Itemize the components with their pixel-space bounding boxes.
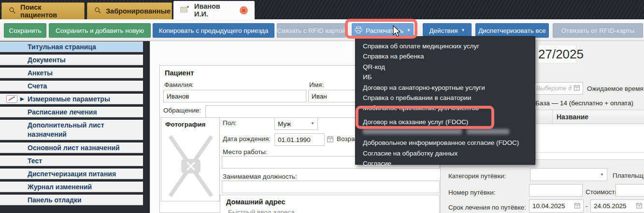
date-placeholder: Выберите д — [536, 85, 574, 92]
birthdate-input[interactable]: 01.01.1990 — [274, 133, 325, 146]
workplace-label: Место работы: — [223, 148, 268, 156]
voucher-number-input[interactable] — [529, 184, 583, 197]
period-separator: - — [586, 202, 588, 210]
calendar-icon[interactable]: 7 — [636, 202, 642, 210]
button-label: Отвязать от RFID-карты — [561, 27, 634, 34]
edit-note-icon — [6, 95, 17, 106]
app-window: Поиск пациентов Забронированные * Иванов… — [0, 0, 644, 213]
tab-label: Поиск пациентов — [20, 3, 77, 19]
document-icon: * — [180, 6, 190, 14]
voucher-category-select[interactable]: ▼ — [530, 168, 607, 181]
close-icon[interactable]: × — [240, 6, 248, 14]
button-label: Связать с RFID картой — [277, 27, 345, 34]
redacted-menu-item[interactable] — [363, 129, 535, 135]
menu-item-sanatorium-services-contract[interactable]: Договор на санаторно-курортные услуги — [356, 83, 535, 93]
expected-time-label: Ожидаемое время — [587, 85, 644, 92]
tab-bar: Поиск пациентов Забронированные * Иванов… — [0, 0, 644, 19]
sidebar-item-measured-parameters[interactable]: ▶ Измеряемые параметры — [0, 94, 143, 104]
payer-label: Плательщик — [613, 172, 644, 179]
unlink-rfid-button: Отвязать от RFID-карты — [553, 23, 643, 38]
lastname-value: Иванов — [167, 93, 303, 100]
tab-search-patients[interactable]: Поиск пациентов — [1, 2, 85, 19]
sidebar-item-invoices[interactable]: Счета — [0, 81, 143, 91]
menu-item-mobile-app[interactable]: Мобильное приложение для клиентов — [356, 103, 535, 113]
sidebar-item-additional-prescription-sheet[interactable]: Дополнительный лист назначений — [0, 120, 143, 140]
calendar-icon[interactable]: 7 — [327, 136, 333, 144]
period-from-input[interactable]: 10.04.2025 7 — [529, 199, 584, 213]
save-button[interactable]: Сохранить — [4, 23, 46, 38]
period-from-value: 10.04.2025 — [532, 202, 565, 210]
birthdate-label: Дата рождения: — [223, 135, 271, 142]
copy-previous-visit-button[interactable]: Копировать с предыдущего приезда — [153, 23, 274, 38]
cost-label: Стоимость: — [586, 188, 620, 196]
button-label: Действия — [429, 27, 458, 34]
gender-label: Пол: — [223, 119, 237, 127]
home-address-legend: Домашний адрес — [226, 198, 286, 206]
voucher-category-label: Категория путёвки: — [448, 172, 506, 180]
table-row[interactable] — [536, 124, 644, 153]
button-label: Копировать с предыдущего приезда — [159, 27, 268, 34]
treatment-period-label: Срок лечения по путёвке: — [448, 204, 526, 211]
print-button[interactable]: Распечатать ▼ — [352, 23, 414, 38]
menu-item-qr-code[interactable]: QR-код — [356, 62, 535, 72]
period-to-value: 24.05.2025 — [594, 202, 627, 210]
svg-text:7: 7 — [638, 204, 640, 208]
dispatch-all-button[interactable]: Диспетчеризовать все — [475, 23, 549, 38]
calendar-icon[interactable]: 7 — [574, 85, 580, 92]
case-number: 27/2025 — [538, 47, 584, 62]
menu-item-services-contract-fdoc[interactable]: Договор на оказание услуг (FDOC) — [356, 117, 535, 127]
sidebar-item-questionnaires[interactable]: Анкеты — [0, 68, 143, 78]
position-label: Занимаемая должность: — [223, 173, 297, 180]
menu-item-ib[interactable]: ИБ — [356, 72, 535, 82]
caret-down-icon: ▼ — [600, 173, 604, 177]
expand-arrow-icon: ▶ — [20, 94, 24, 104]
sidebar-item-test[interactable]: Тест — [0, 156, 143, 166]
caret-down-icon: ▼ — [311, 122, 315, 126]
birthdate-value: 01.01.1990 — [278, 136, 321, 143]
table-header-name: Название — [553, 110, 644, 124]
cost-input[interactable] — [615, 184, 644, 197]
sidebar-item-label: Измеряемые параметры — [28, 95, 110, 103]
base-info-label: База — 14 (бесплатно + оплата) — [535, 99, 633, 107]
sidebar-item-title-page[interactable]: Титульная страница — [0, 42, 143, 52]
search-icon — [94, 7, 101, 15]
patient-legend: Пациент — [165, 69, 194, 77]
sidebar-item-debug-panel[interactable]: Панель отладки — [0, 195, 143, 205]
lastname-label: Фамилия: — [164, 81, 194, 88]
sidebar-item-documents[interactable]: Документы — [0, 55, 143, 65]
gender-select[interactable]: Муж ▼ — [274, 117, 318, 130]
tab-label: Иванов И.И. — [194, 2, 235, 18]
button-label: Сохранить — [9, 27, 41, 34]
calendar-icon[interactable]: 7 — [574, 202, 580, 210]
svg-text:7: 7 — [576, 87, 578, 90]
date-select-input[interactable]: Выберите д 7 — [533, 82, 583, 95]
menu-item-data-processing-consent[interactable]: Согласие на обработку данных — [356, 148, 535, 158]
salutation-label: Обращение: — [163, 107, 201, 114]
printer-icon — [355, 27, 362, 35]
home-address-groupbox: Домашний адрес Быстрый ввод адреса — [220, 195, 440, 213]
quick-address-label: Быстрый ввод адреса — [228, 209, 295, 213]
print-dropdown-menu: Справка об оплате медицинских услуг Спра… — [355, 36, 535, 165]
sidebar-item-main-prescription-sheet[interactable]: Основной лист назначений — [0, 142, 143, 153]
menu-item-consent[interactable]: Согласие — [356, 158, 535, 169]
toolbar: Сохранить Сохранить и добавить новую Коп… — [0, 19, 644, 41]
lastname-input[interactable]: Иванов — [163, 90, 306, 102]
period-to-input[interactable]: 24.05.2025 7 — [590, 199, 644, 213]
position-input[interactable] — [222, 181, 440, 193]
tab-patient-card[interactable]: * Иванов И.И. × — [173, 1, 255, 19]
sidebar-item-treatment-schedule[interactable]: Расписание лечения — [0, 107, 143, 117]
sidebar-item-meal-dispatch[interactable]: Диспетчеризация питания — [0, 169, 143, 179]
gender-value: Муж — [278, 120, 311, 128]
sidebar: Титульная страница Документы Анкеты Счет… — [0, 41, 150, 213]
sidebar-item-change-log[interactable]: Журнал изменений — [0, 182, 143, 192]
actions-button[interactable]: Действия ▼ — [423, 23, 472, 38]
tab-booked[interactable]: Забронированные — [87, 2, 172, 19]
services-table: Название — [535, 110, 644, 160]
save-and-add-button[interactable]: Сохранить и добавить новую — [49, 23, 151, 38]
photo-panel: Фотография — [161, 117, 220, 201]
tab-label: Забронированные — [106, 7, 171, 15]
menu-item-informed-consent-fdoc[interactable]: Добровольное информированное согласие (F… — [356, 138, 535, 148]
menu-item-child-certificate[interactable]: Справка на ребенка — [356, 51, 535, 61]
menu-item-payment-certificate[interactable]: Справка об оплате медицинских услуг — [356, 41, 535, 51]
menu-item-stay-certificate[interactable]: Справка о пребывании в санатории — [356, 93, 535, 103]
